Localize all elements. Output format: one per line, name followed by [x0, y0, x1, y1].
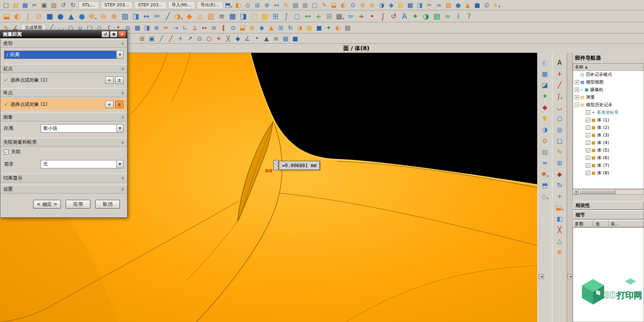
line-icon[interactable]: ╱ [554, 80, 565, 90]
tree-item[interactable]: +▦模型视图 [573, 78, 644, 86]
details-column-header[interactable]: 值 [593, 220, 609, 227]
highlight-lines-icon[interactable]: ✦ [539, 91, 550, 101]
offset-face-icon[interactable]: ◨ [130, 11, 141, 21]
chamfer-icon[interactable]: ◆ [386, 1, 396, 10]
undo-icon[interactable]: ↺ [59, 1, 68, 10]
dimension-icon[interactable]: ↔ [200, 23, 209, 32]
shaded-view-icon[interactable]: ◧ [233, 1, 243, 10]
shell-icon[interactable]: ▥ [396, 1, 405, 10]
expand-icon[interactable]: + [575, 80, 579, 84]
component-icon[interactable]: ■▾ [335, 11, 345, 21]
rotate-view-icon[interactable]: ↻ [281, 1, 291, 10]
section-type[interactable]: 类型 ∧ [0, 39, 127, 48]
sphere-icon[interactable]: ● [453, 1, 463, 10]
details-section-bar[interactable]: 细节 [573, 211, 644, 219]
make-corner-icon[interactable]: ∟ [180, 23, 190, 32]
section-analysis-icon[interactable]: ◪ [539, 80, 550, 90]
measurement-tooltip[interactable]: =0.006881 mm [279, 161, 320, 170]
thread-icon[interactable]: ≡ [216, 11, 227, 21]
intersect-icon[interactable]: ⊗ [109, 11, 119, 21]
tree-item[interactable]: ✓+基准坐标系 [573, 109, 644, 116]
scale-body-icon[interactable]: ↔ [141, 11, 152, 21]
cylinder-icon[interactable]: ● [55, 11, 66, 21]
new-file-icon[interactable]: □ [1, 1, 11, 10]
dialog-options-icon[interactable]: ✱ [110, 31, 117, 37]
section-settings[interactable]: 设置 ∨ [0, 185, 127, 193]
cancel-button[interactable]: 取消 [95, 200, 120, 209]
revolve-icon[interactable]: ◐ [339, 1, 348, 10]
subtract-icon[interactable]: ⊖ [98, 11, 109, 21]
shell-icon[interactable]: ▥ [206, 11, 216, 21]
auto-dimension-icon[interactable]: ≡ [209, 23, 219, 32]
extrude-icon[interactable]: ⬓▾ [554, 202, 565, 213]
pattern-icon[interactable]: ▩ [405, 1, 415, 10]
blend-icon[interactable]: ◑ [377, 1, 386, 10]
mesh-surface-icon[interactable]: ▦ [539, 68, 550, 79]
associative-checkbox[interactable]: ✓ [4, 150, 9, 154]
requirement-dropdown[interactable]: 无 ▼ [41, 160, 123, 168]
chamfer-icon[interactable]: ◆ [184, 11, 195, 21]
section-end-point[interactable]: 终点 ∧ [0, 88, 127, 97]
step203b-recent-button[interactable]: STEP 203... [134, 1, 166, 9]
text-icon[interactable]: A [399, 11, 410, 21]
move-icon[interactable]: + [554, 191, 565, 201]
ok-button[interactable]: < 确定 > [33, 200, 61, 209]
snap-existing-point-icon[interactable]: ○ [204, 34, 214, 43]
tree-item[interactable]: ✓■体 (5) [573, 146, 644, 154]
dialog-titlebar[interactable]: 测量距离 ↺ ✱ × [0, 30, 127, 38]
tree-item[interactable]: ✓■体 (2) [573, 124, 644, 131]
grid-snap-icon[interactable]: ▦ [281, 34, 290, 43]
copy-icon[interactable]: ▣ [39, 1, 49, 10]
end-object-selector[interactable]: ✓ 选择点或对象 (1) + ± [0, 98, 127, 110]
grid-icon[interactable]: ▦ [300, 1, 310, 10]
circle-icon[interactable]: ○ [554, 113, 565, 123]
section-analysis-icon[interactable]: ▨ [431, 11, 442, 21]
section-measure[interactable]: 测量 ∧ [0, 113, 127, 121]
clear-snap-icon[interactable]: ╳ [223, 34, 233, 43]
surface-analysis-icon[interactable]: ✦ [410, 11, 421, 21]
details-column-header[interactable]: 表... [609, 220, 644, 227]
datum-plane-icon[interactable]: □ [310, 1, 319, 10]
type-dropdown[interactable]: ∕ 距离 ▼ [4, 51, 123, 59]
auto-point-icon[interactable]: ± [115, 76, 123, 84]
tree-item[interactable]: ✓■体 (3) [573, 131, 644, 139]
gap-analysis-icon[interactable]: ▨ [539, 146, 550, 157]
wireframe-view-icon[interactable]: ◇ [243, 1, 253, 10]
unite-icon[interactable]: ⊕ [247, 23, 257, 32]
split-body-icon[interactable]: ╱ [162, 11, 173, 21]
step203-recent-button[interactable]: STEP 203... [101, 1, 133, 9]
paste-icon[interactable]: ▧ [49, 1, 59, 10]
tube-icon[interactable]: ⊙ [33, 11, 44, 21]
export-button[interactable]: 导出(E)... [197, 1, 223, 9]
arc-icon[interactable]: ◡ [554, 102, 565, 112]
block-icon[interactable]: ■ [314, 23, 324, 32]
tree-column-header[interactable]: 名称 ▲ [573, 64, 644, 71]
patch-icon[interactable]: ⬒ [539, 180, 550, 190]
show-constraints-icon[interactable]: ∥ [219, 23, 228, 32]
mirror-curve-icon[interactable]: ◨ [142, 23, 152, 32]
sketch-icon[interactable]: ✎ [319, 1, 329, 10]
emboss-icon[interactable]: ▨ [119, 11, 130, 21]
point-dialog-icon[interactable]: + [105, 76, 114, 84]
datum-icon[interactable]: ◆ [554, 169, 565, 179]
section-results[interactable]: 结果显示 ∨ [0, 174, 127, 182]
wave-link-icon[interactable]: ≈ [345, 11, 356, 21]
start-object-selector[interactable]: ✓ 选择点或对象 (1) + ± [0, 74, 127, 86]
visibility-checkbox[interactable]: ✓ [586, 133, 590, 137]
visibility-checkbox[interactable]: ✓ [586, 156, 590, 160]
scrollbar-thumb[interactable] [579, 190, 615, 194]
sphere-icon[interactable]: ● [76, 11, 87, 21]
pattern-curve-icon[interactable]: ▩ [133, 23, 142, 32]
fit-view-icon[interactable]: ⊞ [253, 1, 262, 10]
view-orient-icon[interactable]: ⬒▾ [224, 1, 233, 10]
reflection-icon[interactable]: ◑ [421, 11, 431, 21]
extrude-icon[interactable]: ⬓ [238, 23, 247, 32]
bounded-surface-icon[interactable]: ◧ [554, 213, 565, 224]
snap-angle-icon[interactable]: ∠ [243, 34, 252, 43]
hatch-icon[interactable]: ▨ [343, 23, 352, 32]
section-start-point[interactable]: 起点 ∧ [0, 64, 127, 73]
auto-point-icon[interactable]: ± [115, 101, 123, 108]
apply-button[interactable]: 应用 [66, 200, 90, 209]
trim-body-icon[interactable]: ✂ [152, 11, 162, 21]
tree-item[interactable]: +✓▣摄像机 [573, 86, 644, 94]
